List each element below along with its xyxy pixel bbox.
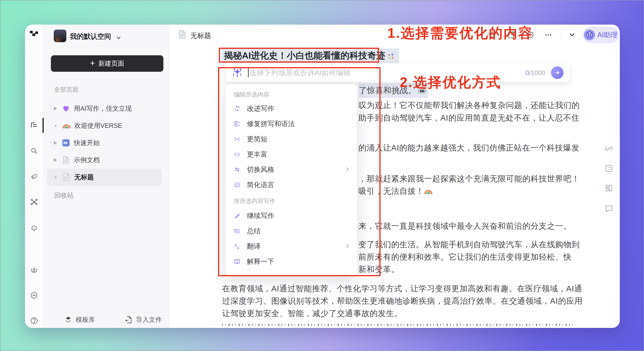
search-icon[interactable] bbox=[30, 147, 38, 155]
annotation-box-title bbox=[219, 48, 379, 63]
arrow-right-icon bbox=[554, 70, 560, 76]
tab-title: 无标题 bbox=[190, 31, 211, 41]
sidebar-item-label: 用AI写作，佳文立现 bbox=[74, 104, 132, 113]
sidebar-item-ai-writing[interactable]: 用AI写作，佳文立现 bbox=[47, 100, 162, 117]
fast-forward-icon bbox=[62, 139, 70, 147]
sidebar-item-label: 示例文档 bbox=[74, 156, 100, 164]
ai-assistant-label: AI助理 bbox=[597, 30, 618, 40]
template-library-button[interactable]: 模板库 bbox=[65, 314, 95, 325]
char-count-total: /1000 bbox=[529, 69, 545, 76]
doc-line: 过深度学习、图像识别等技术，帮助医生更准确地诊断疾病，提高治疗效率。在交通领域，… bbox=[222, 295, 582, 307]
new-page-button[interactable]: + 新建页面 bbox=[51, 55, 164, 72]
annotation-step2: 2.选择优化方式 bbox=[400, 73, 501, 92]
rocket-icon bbox=[386, 51, 396, 61]
verse-logo bbox=[30, 30, 38, 38]
layout-icon[interactable] bbox=[604, 184, 613, 192]
page-icon bbox=[62, 156, 70, 164]
comment-icon[interactable] bbox=[604, 204, 613, 213]
caret-icon[interactable] bbox=[54, 158, 57, 162]
bullet-icon bbox=[54, 176, 56, 178]
clipped-text-line bbox=[222, 324, 576, 326]
ai-assistant-button[interactable]: AI助理 bbox=[582, 27, 619, 43]
purple-heart-icon bbox=[62, 105, 70, 112]
doc-line: 的涌入让AI的能力越来越强大，我们仿佛正站在一个科技爆发 bbox=[358, 142, 580, 154]
new-page-label: 新建页面 bbox=[98, 59, 124, 68]
send-button[interactable] bbox=[551, 66, 564, 79]
sidebar-item-untitled[interactable]: 无标题 bbox=[47, 169, 162, 186]
graph-icon[interactable] bbox=[30, 198, 38, 206]
plugin-icon[interactable] bbox=[30, 291, 38, 299]
ai-assistant-icon bbox=[584, 29, 595, 41]
import-file-button[interactable]: 导入文件 bbox=[125, 314, 162, 325]
char-counter: 0/1000 bbox=[526, 69, 545, 77]
all-pages-label: 全部页面 bbox=[54, 86, 78, 94]
workspace-chevron-icon[interactable] bbox=[115, 35, 122, 42]
sidebar-item-label: 无标题 bbox=[74, 173, 94, 182]
link-icon[interactable] bbox=[604, 144, 613, 153]
layers-icon bbox=[65, 316, 72, 323]
sidebar-footer-divider bbox=[44, 312, 169, 313]
caret-icon[interactable] bbox=[54, 107, 57, 110]
bullet-icon bbox=[54, 125, 56, 127]
caret-icon[interactable] bbox=[54, 141, 57, 145]
annotation-box-menu bbox=[218, 67, 380, 276]
rainbow-icon bbox=[424, 188, 433, 195]
rainbow-icon bbox=[62, 123, 71, 129]
template-library-label: 模板库 bbox=[76, 315, 95, 324]
import-icon bbox=[125, 316, 132, 323]
footer-divider bbox=[114, 315, 114, 324]
chevron-down-icon[interactable] bbox=[568, 31, 576, 39]
outline-nav-icon[interactable] bbox=[30, 121, 38, 129]
ellipsis-icon[interactable] bbox=[544, 31, 552, 39]
bell-icon[interactable] bbox=[30, 224, 38, 232]
desktop-background: 我的默认空间 + 新建页面 全部页面 用AI写作，佳文立现 欢迎使用VERSE bbox=[0, 0, 644, 351]
help-icon[interactable] bbox=[30, 316, 38, 325]
doc-line: 变了我们的生活。从智能手机到自动驾驶汽车，从在线购物到 bbox=[358, 238, 580, 251]
workspace-avatar[interactable] bbox=[54, 30, 66, 42]
doc-line: 前所未有的便利和效率。它让我们的生活变得更加轻松、快 bbox=[358, 251, 572, 263]
sidebar-item-label: 快速开始 bbox=[74, 139, 100, 147]
plus-icon: + bbox=[90, 59, 95, 67]
workspace-name[interactable]: 我的默认空间 bbox=[70, 32, 111, 41]
char-count-current: 0 bbox=[526, 69, 529, 76]
annotation-step1: 1.选择需要优化的内容 bbox=[388, 24, 533, 42]
trash-item[interactable]: 回收站 bbox=[54, 191, 74, 200]
sidebar-item-sample-doc[interactable]: 示例文档 bbox=[47, 151, 162, 169]
sidebar-item-welcome[interactable]: 欢迎使用VERSE bbox=[47, 117, 162, 134]
sidebar-item-quickstart[interactable]: 快速开始 bbox=[47, 134, 162, 151]
app-window: 我的默认空间 + 新建页面 全部页面 用AI写作，佳文立现 欢迎使用VERSE bbox=[25, 25, 620, 328]
doc-line: 助手到自动驾驶汽车，AI的应用简直是无处不在，让人忍不住 bbox=[358, 112, 580, 124]
doc-line: 在教育领域，AI通过智能推荐、个性化学习等方式，让学习变得更加高效和有趣。在医疗… bbox=[222, 282, 582, 295]
doc-line: 来，它就一直是科技领域中最令人兴奋和前沿的分支之一。 bbox=[358, 220, 572, 232]
sidebar-item-label: 欢迎使用VERSE bbox=[74, 121, 122, 130]
outline-box-icon[interactable] bbox=[604, 164, 613, 173]
doc-line: ，那就赶紧来跟我一起探索这个充满无限可能的科技世界吧！ bbox=[358, 172, 580, 185]
import-file-label: 导入文件 bbox=[136, 315, 162, 324]
tag-icon[interactable] bbox=[30, 172, 38, 181]
download-icon[interactable] bbox=[30, 265, 38, 274]
page-icon bbox=[62, 173, 71, 181]
doc-line: 让驾驶更加安全、智能，减少了交通事故的发生。 bbox=[222, 307, 402, 320]
doc-line: 叹为观止！它不仅能帮我们解决各种复杂问题，还能让我们的 bbox=[358, 99, 580, 112]
tab-page-icon bbox=[179, 30, 186, 40]
